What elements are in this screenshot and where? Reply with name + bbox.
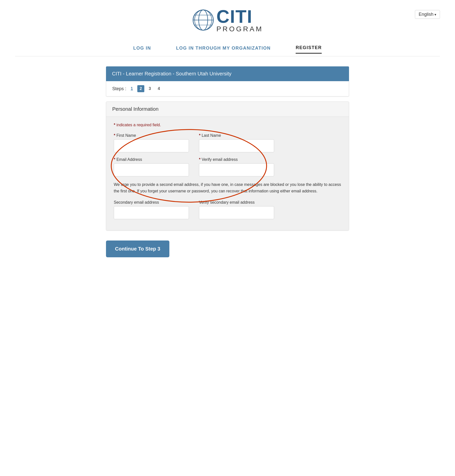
verify-secondary-group: Verify secondary email address <box>199 200 274 219</box>
continue-to-step-3-button[interactable]: Continue To Step 3 <box>106 241 169 257</box>
first-name-label: * First Name <box>114 133 189 138</box>
verify-secondary-label: Verify secondary email address <box>199 200 274 205</box>
page-header: CITI PROGRAM English ▾ <box>0 0 455 38</box>
email-input[interactable] <box>114 163 189 176</box>
last-name-input[interactable] <box>199 139 274 152</box>
language-label: English <box>419 12 433 17</box>
section-body: * indicates a required field. * First Na… <box>106 117 349 230</box>
first-name-input[interactable] <box>114 139 189 152</box>
logo-text: CITI PROGRAM <box>216 8 263 33</box>
verify-email-group: * Verify email address <box>199 157 274 176</box>
step-2[interactable]: 2 <box>137 85 144 92</box>
language-dropdown[interactable]: English ▾ <box>415 10 440 19</box>
required-notice: * indicates a required field. <box>114 123 341 127</box>
main-nav: LOG IN LOG IN THROUGH MY ORGANIZATION RE… <box>15 38 440 56</box>
secondary-email-input[interactable] <box>114 206 189 219</box>
email-label: * Email Address <box>114 157 189 162</box>
section-title: Personal Information <box>106 102 349 117</box>
verify-secondary-input[interactable] <box>199 206 274 219</box>
annotation-container: * First Name * Last Name <box>114 133 341 176</box>
main-content: CITI - Learner Registration - Southern U… <box>101 66 354 267</box>
chevron-down-icon: ▾ <box>434 13 436 17</box>
secondary-email-group: Secondary email address <box>114 200 189 219</box>
verify-email-input[interactable] <box>199 163 274 176</box>
nav-login-org[interactable]: LOG IN THROUGH MY ORGANIZATION <box>176 43 271 53</box>
nav-login[interactable]: LOG IN <box>133 43 151 53</box>
secondary-email-row: Secondary email address Verify secondary… <box>114 200 341 219</box>
required-star: * <box>114 123 115 127</box>
logo: CITI PROGRAM <box>192 8 263 33</box>
verify-email-label: * Verify email address <box>199 157 274 162</box>
last-name-label: * Last Name <box>199 133 274 138</box>
personal-info-section: Personal Information * indicates a requi… <box>106 101 349 230</box>
steps-bar: Steps : 1 2 3 4 <box>106 81 349 96</box>
logo-program: PROGRAM <box>216 26 263 33</box>
first-name-group: * First Name <box>114 133 189 152</box>
step-4: 4 <box>155 85 162 92</box>
step-1[interactable]: 1 <box>128 85 135 92</box>
registration-header: CITI - Learner Registration - Southern U… <box>106 66 349 81</box>
secondary-email-notice: We urge you to provide a second email ad… <box>114 181 341 194</box>
secondary-email-label: Secondary email address <box>114 200 189 205</box>
name-row: * First Name * Last Name <box>114 133 341 152</box>
logo-citi: CITI <box>216 8 263 26</box>
email-row: * Email Address * Verify email address <box>114 157 341 176</box>
globe-icon <box>192 9 214 31</box>
email-group: * Email Address <box>114 157 189 176</box>
step-3: 3 <box>146 85 153 92</box>
last-name-group: * Last Name <box>199 133 274 152</box>
steps-label: Steps : <box>112 86 126 91</box>
nav-register[interactable]: REGISTER <box>296 43 322 54</box>
